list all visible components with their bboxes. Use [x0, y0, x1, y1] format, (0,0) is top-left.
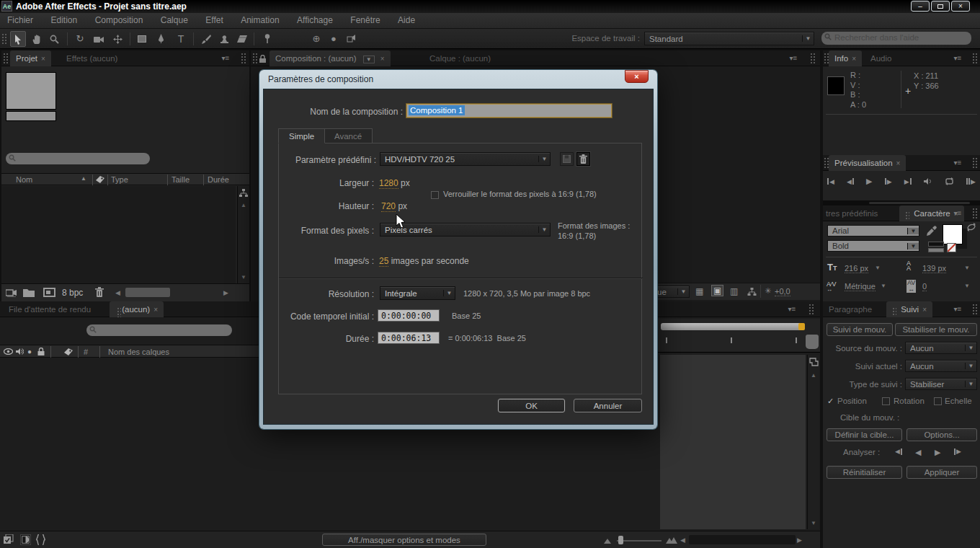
menu-composition[interactable]: Composition [88, 13, 151, 27]
tab-effets[interactable]: Effets (aucun) [61, 50, 123, 66]
panel-grip[interactable] [3, 53, 9, 64]
column-nom[interactable]: Nom [16, 175, 32, 184]
panel-menu-icon[interactable]: ▾≡ [787, 54, 800, 63]
scroll-right-icon[interactable]: ▶ [797, 536, 802, 544]
menu-aide[interactable]: Aide [391, 13, 422, 27]
close-button[interactable]: × [951, 1, 970, 12]
shutter-exposure-icon[interactable]: ✳ [765, 286, 771, 296]
tab-audio[interactable]: Audio [865, 50, 897, 66]
scroll-right-icon[interactable]: ▶ [223, 289, 228, 296]
panel-grip[interactable] [252, 53, 258, 64]
interpret-footage-icon[interactable] [6, 288, 17, 297]
save-preset-button[interactable] [560, 152, 574, 166]
tab-paragraphe[interactable]: Paragraphe [823, 301, 878, 317]
zoom-tool-icon[interactable] [46, 31, 62, 47]
scroll-left-icon[interactable]: ◀ [115, 289, 120, 296]
timeline-search-input[interactable] [86, 324, 232, 336]
column-taille[interactable]: Taille [172, 175, 190, 184]
rotation-tool-icon[interactable]: ↻ [72, 31, 88, 47]
panel-menu-icon[interactable]: ▾≡ [785, 305, 798, 314]
panel-grip[interactable] [808, 304, 814, 315]
expand-layer-switches-icon[interactable] [4, 534, 14, 545]
tab-calque-viewer[interactable]: Calque : (aucun) [424, 50, 496, 66]
column-type[interactable]: Type [111, 175, 128, 184]
last-frame-icon[interactable]: ▶ [904, 178, 912, 185]
track-motion-button[interactable]: Suivi de mouv. [827, 323, 893, 336]
resolution-dropdown[interactable]: Intégrale▼ [380, 286, 455, 300]
menu-effet[interactable]: Effet [198, 13, 230, 27]
viewer-dropdown-icon[interactable]: ▼ [363, 56, 375, 63]
folder-icon[interactable] [23, 288, 35, 297]
panel-grip[interactable] [972, 208, 978, 219]
mini-flowchart-icon[interactable] [747, 288, 757, 296]
shape-tool-icon[interactable] [134, 31, 150, 47]
local-axis-mode-icon[interactable]: ⊕ [308, 31, 324, 47]
panel-menu-icon[interactable]: ▾≡ [951, 159, 964, 167]
motion-source-dropdown[interactable]: Aucun▼ [905, 342, 977, 354]
audio-icon[interactable] [16, 348, 24, 355]
camera-tool-icon[interactable] [91, 31, 107, 47]
close-tab-icon[interactable]: × [922, 306, 927, 314]
flowchart-icon[interactable] [239, 189, 248, 198]
tab-suivi[interactable]: Suivi× [886, 301, 932, 317]
panel-grip[interactable] [810, 53, 816, 64]
menu-calque[interactable]: Calque [153, 13, 195, 27]
h-scroll-thumb[interactable] [125, 288, 170, 297]
scroll-up-icon[interactable]: ▲ [808, 372, 819, 379]
font-size-value[interactable]: 216 px [845, 264, 868, 273]
layer-number-column[interactable]: # [84, 348, 88, 356]
analyze-backward-icon[interactable]: ◀ [915, 448, 921, 457]
swap-fill-stroke-icon[interactable] [967, 223, 976, 231]
leading-value[interactable]: 139 px [922, 264, 946, 273]
stroke-swatch-black[interactable] [928, 242, 944, 247]
project-item-list[interactable] [1, 186, 236, 283]
analyze-forward-frame-icon[interactable]: ▶ [954, 448, 961, 455]
font-style-dropdown[interactable]: Bold▼ [827, 240, 919, 252]
comp-marker-bin-icon[interactable] [809, 358, 819, 366]
apply-button[interactable]: Appliquer [906, 466, 977, 479]
dock-divider[interactable] [823, 200, 980, 206]
first-frame-icon[interactable]: ◀ [827, 178, 834, 185]
column-duree[interactable]: Durée [208, 175, 229, 184]
panel-menu-icon[interactable]: ▾≡ [951, 209, 964, 218]
scroll-down-icon[interactable]: ▼ [238, 274, 249, 280]
brush-tool-icon[interactable] [198, 31, 214, 47]
previous-frame-icon[interactable]: ◀ [847, 178, 854, 185]
kerning-value[interactable]: Métrique [845, 282, 876, 291]
tab-composition-viewer[interactable]: Composition : (aucun) ▼ × [270, 50, 391, 66]
maximize-button[interactable] [931, 1, 950, 12]
loop-icon[interactable] [945, 177, 954, 185]
lock-icon[interactable] [259, 55, 267, 63]
start-timecode-input[interactable]: 0:00:00:00 [378, 309, 440, 322]
solo-icon[interactable]: ● [27, 348, 32, 355]
eyedropper-icon[interactable] [927, 226, 937, 236]
close-tab-icon[interactable]: × [852, 55, 856, 63]
view-axis-mode-icon[interactable] [343, 31, 359, 47]
in-out-durations-icon[interactable] [36, 534, 45, 545]
audio-toggle-icon[interactable] [924, 177, 932, 185]
height-value[interactable]: 720 [381, 201, 396, 212]
selection-tool-icon[interactable] [10, 31, 26, 47]
delete-preset-button[interactable] [576, 152, 590, 166]
close-tab-icon[interactable]: × [153, 306, 158, 314]
panel-grip[interactable] [241, 53, 246, 64]
histogram-icon[interactable]: ▥ [730, 286, 738, 296]
scroll-down-icon[interactable]: ▼ [808, 520, 819, 526]
trash-icon[interactable] [95, 287, 104, 297]
layer-track-area[interactable] [660, 355, 806, 529]
transfer-modes-icon[interactable] [20, 534, 31, 545]
scroll-left-icon[interactable]: ◀ [680, 536, 685, 544]
exposure-value[interactable]: +0,0 [775, 287, 790, 296]
minimize-button[interactable]: – [911, 1, 930, 12]
show-hide-modes-button[interactable]: Aff./masquer options et modes [322, 534, 486, 546]
ok-button[interactable]: OK [498, 399, 565, 412]
font-family-dropdown[interactable]: Arial▼ [827, 225, 919, 237]
menu-affichage[interactable]: Affichage [290, 13, 340, 27]
project-search-input[interactable] [6, 153, 150, 164]
cancel-button[interactable]: Annuler [574, 399, 642, 412]
puppet-pin-tool-icon[interactable] [259, 31, 275, 47]
toolbar-grip[interactable] [1, 33, 7, 45]
stroke-swatch-gray[interactable] [928, 248, 944, 252]
echelle-checkbox[interactable] [934, 397, 942, 405]
layer-name-column[interactable]: Nom des calques [108, 348, 169, 356]
